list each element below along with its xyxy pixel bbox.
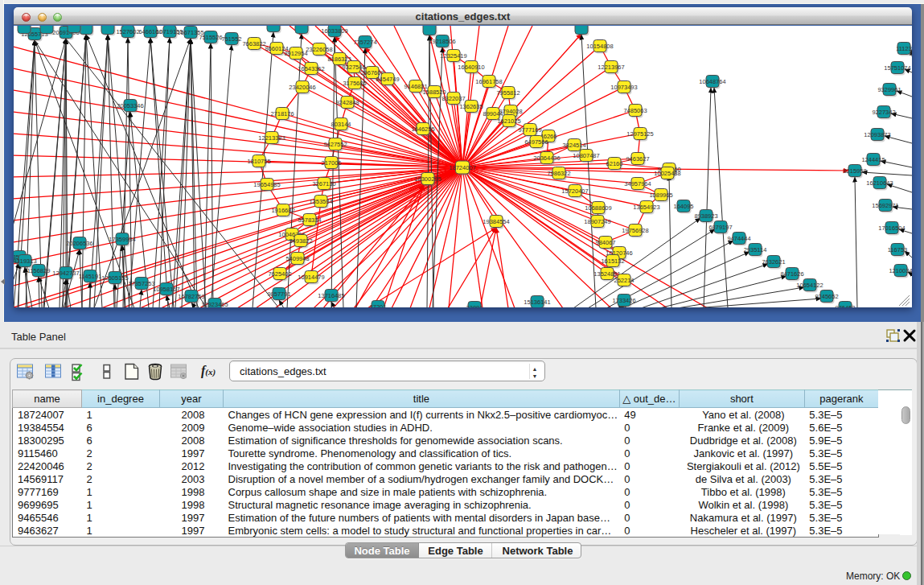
svg-text:12325419: 12325419 — [440, 52, 466, 60]
svg-text:23420046: 23420046 — [289, 84, 315, 91]
svg-text:20364436: 20364436 — [533, 154, 560, 162]
svg-text:19654985: 19654985 — [253, 181, 280, 188]
svg-text:1089965: 1089965 — [649, 192, 672, 199]
svg-text:8454749: 8454749 — [376, 76, 399, 83]
svg-text:18724007: 18724007 — [449, 164, 475, 171]
svg-text:1145191: 1145191 — [79, 273, 102, 280]
svg-text:18907249: 18907249 — [584, 218, 610, 225]
svg-text:8938923: 8938923 — [694, 212, 717, 220]
svg-text:164095: 164095 — [673, 203, 693, 210]
svg-text:3267130: 3267130 — [312, 180, 335, 187]
svg-text:12942737: 12942737 — [52, 270, 79, 277]
svg-text:16033809: 16033809 — [321, 27, 347, 35]
svg-text:1810755: 1810755 — [247, 158, 270, 165]
svg-text:5409948: 5409948 — [285, 255, 309, 262]
svg-text:19756928: 19756928 — [622, 227, 648, 234]
svg-text:5578334: 5578334 — [298, 216, 321, 224]
svg-text:16210643: 16210643 — [866, 179, 893, 187]
svg-text:10025438: 10025438 — [654, 170, 680, 177]
svg-text:6497566: 6497566 — [524, 138, 548, 146]
svg-text:1733426: 1733426 — [612, 297, 635, 304]
svg-text:19384554: 19384554 — [483, 218, 509, 225]
svg-text:17016504: 17016504 — [878, 225, 905, 232]
svg-text:8215958: 8215958 — [843, 167, 866, 175]
svg-text:8912954: 8912954 — [284, 50, 307, 57]
svg-text:11123: 11123 — [896, 45, 912, 52]
svg-text:9427552: 9427552 — [323, 141, 347, 148]
svg-text:252214: 252214 — [614, 277, 634, 284]
svg-text:7663822: 7663822 — [242, 40, 265, 47]
svg-text:9245652: 9245652 — [815, 293, 838, 300]
svg-text:3175685: 3175685 — [343, 80, 366, 87]
svg-text:23226058: 23226058 — [306, 46, 332, 53]
svg-text:12975125: 12975125 — [626, 130, 653, 138]
svg-text:3493822: 3493822 — [289, 237, 312, 245]
svg-text:20053346: 20053346 — [117, 102, 143, 109]
svg-text:16543362: 16543362 — [298, 65, 324, 72]
svg-text:9242848: 9242848 — [335, 99, 359, 106]
svg-text:2935114: 2935114 — [744, 246, 767, 253]
svg-text:7625402: 7625402 — [268, 270, 291, 278]
svg-text:17357253: 17357253 — [128, 280, 154, 287]
svg-text:10154808: 10154808 — [586, 43, 613, 50]
svg-text:7515526: 7515526 — [199, 34, 222, 41]
svg-text:9329961: 9329961 — [877, 86, 901, 93]
svg-text:1244415: 1244415 — [861, 156, 885, 163]
svg-text:7955812: 7955812 — [496, 89, 519, 97]
svg-text:984067: 984067 — [595, 239, 615, 246]
svg-text:15720407: 15720407 — [561, 187, 588, 195]
svg-text:16782759: 16782759 — [178, 293, 204, 300]
svg-text:17359934: 17359934 — [109, 236, 135, 243]
svg-text:12213967: 12213967 — [598, 64, 624, 71]
svg-text:2718176: 2718176 — [270, 110, 294, 117]
svg-text:8322037: 8322037 — [441, 95, 465, 102]
svg-text:217006: 217006 — [321, 159, 341, 167]
svg-text:15751074: 15751074 — [884, 64, 910, 72]
svg-text:12093873: 12093873 — [864, 131, 890, 138]
svg-text:19218506: 19218506 — [429, 38, 455, 45]
svg-text:16914479: 16914479 — [298, 274, 324, 281]
svg-text:976453: 976453 — [835, 304, 855, 307]
svg-text:1527602: 1527602 — [116, 28, 139, 35]
svg-text:10688609: 10688609 — [585, 204, 611, 212]
svg-text:3824514: 3824514 — [562, 142, 585, 149]
svg-text:7986322: 7986322 — [547, 170, 570, 177]
svg-text:13716485: 13716485 — [318, 292, 344, 299]
svg-text:16961758: 16961758 — [475, 78, 502, 85]
svg-text:34957964: 34957964 — [624, 180, 651, 187]
svg-text:10654122: 10654122 — [796, 282, 823, 289]
svg-text:1210034: 1210034 — [889, 267, 912, 274]
svg-text:23881: 23881 — [466, 304, 483, 307]
svg-text:62160: 62160 — [606, 160, 623, 167]
svg-text:116753: 116753 — [888, 246, 907, 253]
svg-text:1916682: 1916682 — [271, 207, 294, 214]
svg-text:87201: 87201 — [370, 303, 387, 307]
svg-text:803144: 803144 — [331, 121, 351, 128]
svg-text:1156829: 1156829 — [27, 267, 51, 274]
svg-text:6879197: 6879197 — [708, 224, 732, 231]
svg-text:18300295: 18300295 — [414, 175, 441, 183]
svg-text:20206536: 20206536 — [66, 240, 92, 247]
svg-text:1646255: 1646255 — [411, 126, 434, 133]
svg-text:9794028: 9794028 — [499, 108, 522, 115]
svg-text:9777169: 9777169 — [518, 126, 541, 134]
svg-text:12505135: 12505135 — [101, 274, 128, 282]
svg-text:751552: 751552 — [221, 35, 241, 43]
svg-text:12923465: 12923465 — [201, 301, 228, 307]
svg-text:15692971: 15692971 — [872, 202, 898, 209]
svg-text:1362635: 1362635 — [459, 103, 483, 110]
svg-text:15136141: 15136141 — [524, 299, 550, 306]
svg-text:9857791: 9857791 — [267, 290, 290, 298]
svg-text:1621025: 1621025 — [497, 117, 520, 125]
svg-text:10648764: 10648764 — [699, 78, 725, 85]
svg-text:12213383: 12213383 — [258, 134, 285, 142]
svg-text:1353594: 1353594 — [309, 198, 332, 205]
svg-text:9474444: 9474444 — [727, 235, 750, 242]
svg-text:10807487: 10807487 — [573, 152, 599, 159]
svg-text:7357274: 7357274 — [353, 39, 376, 46]
svg-text:7485063: 7485063 — [623, 107, 647, 114]
svg-text:8471626: 8471626 — [780, 270, 803, 278]
svg-text:1615132: 1615132 — [601, 257, 624, 265]
svg-text:16640910: 16640910 — [458, 64, 484, 71]
svg-text:7632621: 7632621 — [762, 258, 785, 266]
